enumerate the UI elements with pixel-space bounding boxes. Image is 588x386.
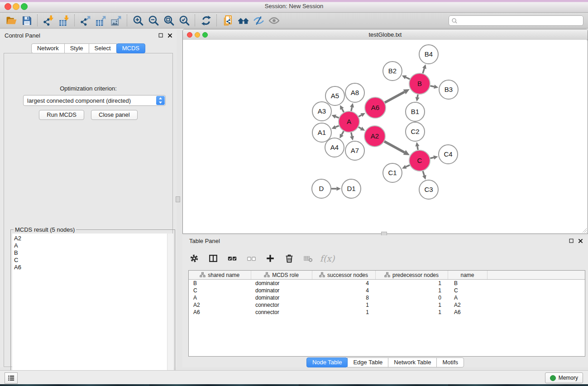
graph-node-B[interactable]: B (409, 73, 430, 94)
cell-name[interactable]: B (448, 280, 487, 287)
table-row[interactable]: A2 connector 1 1 A2 (189, 301, 585, 309)
graph-edge-B-B2[interactable] (402, 76, 410, 79)
show-columns-button[interactable] (207, 252, 219, 265)
cell-predecessor-nodes[interactable]: 1 (375, 280, 448, 287)
column-header-name[interactable]: name (448, 271, 487, 280)
clone-network-button[interactable] (220, 14, 235, 27)
graph-edge-A-A3[interactable] (331, 114, 339, 119)
tab-mcds[interactable]: MCDS (116, 43, 145, 53)
export-table-button[interactable] (93, 14, 109, 27)
cell-mcds-role[interactable]: dominator (251, 294, 312, 301)
hide-selected-button[interactable] (251, 14, 266, 27)
graph-node-A4[interactable]: A4 (325, 138, 344, 157)
graph-node-D1[interactable]: D1 (342, 179, 361, 198)
add-column-button[interactable] (264, 252, 276, 265)
graph-edge-A2-C[interactable] (384, 141, 410, 155)
deselect-all-columns-button[interactable] (245, 252, 257, 265)
tab-edge-table[interactable]: Edge Table (347, 357, 388, 367)
resize-grip[interactable] (581, 227, 587, 233)
cell-name[interactable]: C (448, 287, 487, 294)
network-window-titlebar[interactable]: testGlobe.txt (183, 29, 588, 40)
zoom-fit-button[interactable] (161, 14, 177, 27)
float-panel-icon[interactable] (158, 33, 164, 38)
criterion-select[interactable]: largest connected component (directed) (23, 95, 166, 106)
float-panel-icon[interactable] (569, 238, 574, 244)
graph-edge-B-B1[interactable] (416, 95, 420, 102)
cell-name[interactable]: A2 (448, 301, 487, 309)
graph-edge-A-A8[interactable] (350, 103, 354, 111)
list-scrollbar[interactable] (167, 234, 173, 384)
graph-edge-A-A1[interactable] (331, 125, 339, 129)
graph-edge-B-B3[interactable] (430, 85, 439, 89)
cell-predecessor-nodes[interactable]: 1 (375, 309, 448, 316)
memory-button[interactable]: Memory (545, 372, 583, 383)
graph-node-B4[interactable]: B4 (419, 45, 438, 64)
search-input[interactable] (458, 17, 583, 24)
graph-edge-A6-B[interactable] (385, 89, 410, 103)
list-item[interactable]: A2 (14, 235, 167, 242)
tab-style[interactable]: Style (64, 43, 89, 53)
graph-node-A1[interactable]: A1 (312, 123, 331, 142)
graph-node-C3[interactable]: C3 (419, 180, 438, 199)
table-row[interactable]: A6 connector 1 1 A6 (189, 309, 585, 316)
zoom-in-button[interactable] (130, 14, 146, 27)
cell-mcds-role[interactable]: dominator (251, 280, 312, 287)
export-image-button[interactable] (109, 14, 124, 27)
graph-edge-C-C4[interactable] (430, 156, 438, 160)
delete-column-button[interactable] (283, 252, 295, 265)
cell-successor-nodes[interactable]: 1 (312, 309, 375, 316)
network-canvas[interactable]: AA1A2A3A4A5A6A7A8BB1B2B3B4CC1C2C3C4DD1 (183, 40, 587, 233)
cell-predecessor-nodes[interactable]: 0 (375, 294, 448, 301)
list-item[interactable]: A6 (14, 264, 167, 271)
tab-motifs[interactable]: Motifs (436, 357, 464, 367)
graph-edge-A-A2[interactable] (359, 127, 365, 131)
graph-node-C[interactable]: C (409, 150, 430, 171)
cell-shared-name[interactable]: C (189, 287, 251, 294)
cell-name[interactable]: A6 (448, 309, 487, 316)
graph-edge-A-A7[interactable] (350, 133, 354, 141)
graph-node-B3[interactable]: B3 (439, 80, 458, 99)
graph-edge-C-C3[interactable] (422, 171, 426, 180)
cell-successor-nodes[interactable]: 4 (312, 280, 375, 287)
graph-node-C2[interactable]: C2 (406, 122, 425, 141)
select-all-columns-button[interactable] (226, 252, 238, 265)
run-mcds-button[interactable]: Run MCDS (39, 110, 84, 120)
save-session-button[interactable] (19, 14, 34, 27)
cell-shared-name[interactable]: A6 (189, 309, 251, 316)
graph-node-D[interactable]: D (312, 179, 331, 198)
graph-node-A[interactable]: A (339, 111, 359, 132)
column-header-predecessor-nodes[interactable]: predecessor nodes (375, 271, 448, 280)
cell-mcds-role[interactable]: connector (251, 301, 312, 309)
import-network-button[interactable] (41, 14, 56, 27)
table-row[interactable]: C dominator 4 1 C (189, 287, 585, 294)
graph-node-A7[interactable]: A7 (345, 141, 364, 160)
list-item[interactable]: A (14, 242, 167, 249)
cell-successor-nodes[interactable]: 1 (312, 301, 375, 309)
close-panel-button[interactable]: Close panel (91, 110, 138, 120)
column-header-mcds-role[interactable]: MCDS role (251, 271, 312, 280)
graph-node-A8[interactable]: A8 (345, 83, 364, 102)
graph-node-A6[interactable]: A6 (365, 97, 386, 118)
graph-node-C4[interactable]: C4 (439, 145, 458, 164)
search-box[interactable] (449, 15, 583, 26)
zoom-out-button[interactable] (146, 14, 161, 27)
graph-edge-A-A4[interactable] (339, 131, 344, 138)
list-item[interactable]: B (14, 249, 167, 257)
cell-predecessor-nodes[interactable]: 1 (375, 287, 448, 294)
tab-select[interactable]: Select (89, 43, 117, 53)
zoom-selected-button[interactable] (177, 14, 192, 27)
open-session-button[interactable] (4, 14, 19, 27)
graph-node-B1[interactable]: B1 (406, 102, 425, 121)
table-row[interactable]: A dominator 8 0 A (189, 294, 585, 301)
tab-network[interactable]: Network (31, 43, 65, 53)
cell-shared-name[interactable]: A2 (189, 301, 251, 309)
close-panel-icon[interactable] (167, 33, 173, 38)
close-panel-icon[interactable] (578, 238, 583, 244)
table-options-button[interactable] (188, 252, 200, 265)
graph-edge-A-A5[interactable] (340, 105, 344, 112)
refresh-layout-button[interactable] (198, 14, 214, 27)
cell-successor-nodes[interactable]: 8 (312, 294, 375, 301)
graph-edge-C-C2[interactable] (415, 142, 419, 150)
table-row[interactable]: B dominator 4 1 B (189, 280, 585, 287)
cell-mcds-role[interactable]: dominator (251, 287, 312, 294)
